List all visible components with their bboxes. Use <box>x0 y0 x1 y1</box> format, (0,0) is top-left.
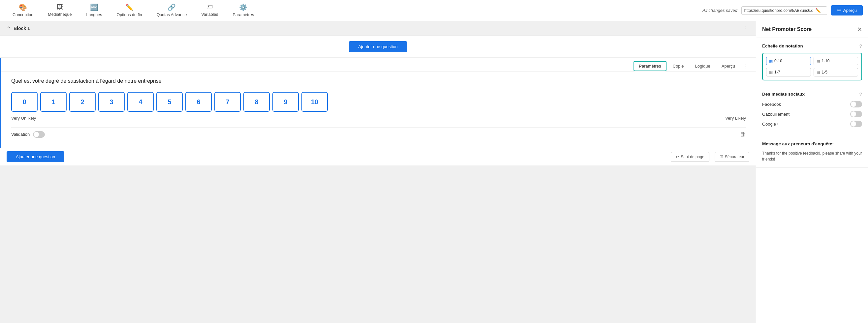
nps-box-7[interactable]: 7 <box>214 92 241 112</box>
delete-question-icon[interactable]: 🗑 <box>740 131 746 138</box>
apercu-label: Aperçu <box>843 8 857 13</box>
nps-label-left: Very Unlikely <box>11 116 36 121</box>
parametres-nav-icon: ⚙️ <box>239 3 247 11</box>
notation-option-1-5[interactable]: ▦1-5 <box>814 68 859 76</box>
panel-header: Net Promoter Score ✕ <box>756 21 868 38</box>
question-tabs: Paramètres Copie Logique Aperçu ⋮ <box>1 58 756 71</box>
nav-item-mediatheque[interactable]: 🖼 Médiathèque <box>40 1 79 20</box>
separateur-icon: ☑ <box>720 155 723 159</box>
notation-label-1-5: 1-5 <box>822 70 828 74</box>
social-label-gazouillement: Gazouillement <box>762 112 789 117</box>
echelle-section: Échelle de notation ? ▦0-10▦1-10▦1-7▦1-5 <box>756 38 868 86</box>
block-title: Block 1 <box>13 26 30 31</box>
question-content: Quel est votre degré de satisfaction à l… <box>1 71 756 148</box>
all-saved-status: All changes saved <box>703 8 737 13</box>
notation-label-1-10: 1-10 <box>822 59 830 63</box>
social-label-google+: Google+ <box>762 122 779 127</box>
nps-box-8[interactable]: 8 <box>243 92 270 112</box>
nav-label-parametres: Paramètres <box>233 12 254 17</box>
social-section: Des médias sociaux ? Facebook Gazouillem… <box>756 86 868 136</box>
nav-item-conception[interactable]: 🎨 Conception <box>5 1 40 21</box>
nps-box-0[interactable]: 0 <box>11 92 38 112</box>
notation-option-1-10[interactable]: ▦1-10 <box>814 57 859 65</box>
panel-title: Net Promoter Score <box>762 26 812 32</box>
nps-scale: 012345678910 <box>11 92 746 112</box>
nav-item-options-fin[interactable]: ✏️ Options de fin <box>110 1 149 21</box>
nps-label-right: Very Likely <box>725 116 746 121</box>
social-items: Facebook Gazouillement Google+ <box>762 101 862 127</box>
notation-box: ▦0-10▦1-10▦1-7▦1-5 <box>762 53 862 80</box>
message-title: Message aux preneurs d'enquête: <box>762 141 834 146</box>
panel-close-icon[interactable]: ✕ <box>857 26 862 33</box>
nps-box-3[interactable]: 3 <box>98 92 125 112</box>
social-toggle-facebook[interactable] <box>850 101 862 107</box>
tab-parametres[interactable]: Paramètres <box>633 61 666 71</box>
message-header: Message aux preneurs d'enquête: <box>762 141 862 146</box>
nav-item-langues[interactable]: 🔤 Langues <box>79 1 110 21</box>
social-item-gazouillement: Gazouillement <box>762 111 862 117</box>
add-question-button-bottom[interactable]: Ajouter une question <box>7 151 64 162</box>
notation-label-1-7: 1-7 <box>774 70 780 74</box>
block-header: ⌃ Block 1 ⋮ <box>0 21 756 36</box>
notation-option-0-10[interactable]: ▦0-10 <box>766 57 811 65</box>
nav-item-parametres[interactable]: ⚙️ Paramètres <box>225 1 261 21</box>
nav-label-langues: Langues <box>86 12 102 17</box>
edit-url-icon[interactable]: ✏️ <box>815 8 821 13</box>
tab-copie[interactable]: Copie <box>668 61 689 71</box>
separateur-label: Séparateur <box>725 155 744 159</box>
saut-page-button[interactable]: ↩ Saut de page <box>671 152 709 162</box>
nav-label-mediatheque: Médiathèque <box>48 12 71 17</box>
validation-row: Validation 🗑 <box>11 127 746 141</box>
notation-option-1-7[interactable]: ▦1-7 <box>766 68 811 76</box>
social-item-google+: Google+ <box>762 121 862 127</box>
nav-item-variables[interactable]: 🏷 Variables <box>194 1 225 20</box>
survey-area: ⌃ Block 1 ⋮ Ajouter une question Paramèt… <box>0 21 756 323</box>
nps-box-5[interactable]: 5 <box>156 92 183 112</box>
notation-grid: ▦0-10▦1-10▦1-7▦1-5 <box>766 57 858 76</box>
echelle-help-icon[interactable]: ? <box>860 43 862 49</box>
add-question-button-top[interactable]: Ajouter une question <box>349 41 407 52</box>
bottom-bar: Ajouter une question ↩ Saut de page ☑ Sé… <box>0 148 756 165</box>
nps-box-1[interactable]: 1 <box>40 92 67 112</box>
nps-box-2[interactable]: 2 <box>69 92 96 112</box>
eye-icon: 👁 <box>837 8 841 13</box>
nav-item-quotas-advance[interactable]: 🔗 Quotas Advance <box>149 1 194 21</box>
echelle-header: Échelle de notation ? <box>762 43 862 49</box>
url-box: https://eu.questionpro.com/t/AB3unc6Z ✏️ <box>741 6 827 15</box>
separateur-button[interactable]: ☑ Séparateur <box>715 152 749 162</box>
social-header: Des médias sociaux ? <box>762 91 862 97</box>
nps-box-6[interactable]: 6 <box>185 92 212 112</box>
saut-page-icon: ↩ <box>676 155 679 159</box>
social-toggle-google+[interactable] <box>850 121 862 127</box>
nps-box-10[interactable]: 10 <box>302 92 328 112</box>
variables-icon: 🏷 <box>207 3 213 11</box>
validation-toggle[interactable] <box>33 131 45 138</box>
nps-box-4[interactable]: 4 <box>127 92 154 112</box>
nps-box-9[interactable]: 9 <box>272 92 299 112</box>
notation-icon-0-10: ▦ <box>769 59 773 63</box>
block-collapse-button[interactable]: ⌃ <box>7 25 11 32</box>
notation-icon-1-10: ▦ <box>816 59 820 63</box>
nav-items: 🎨 Conception 🖼 Médiathèque 🔤 Langues ✏️ … <box>5 1 703 21</box>
question-card: Paramètres Copie Logique Aperçu ⋮ Quel e… <box>0 58 756 148</box>
social-title: Des médias sociaux <box>762 92 805 97</box>
right-panel: Net Promoter Score ✕ Échelle de notation… <box>756 21 868 323</box>
social-toggle-gazouillement[interactable] <box>850 111 862 117</box>
main-layout: ⌃ Block 1 ⋮ Ajouter une question Paramèt… <box>0 21 868 323</box>
validation-label: Validation <box>11 132 30 137</box>
message-section: Message aux preneurs d'enquête: Thanks f… <box>756 136 868 168</box>
nav-label-variables: Variables <box>201 12 218 17</box>
nav-label-quotas-advance: Quotas Advance <box>157 12 187 17</box>
top-navigation: 🎨 Conception 🖼 Médiathèque 🔤 Langues ✏️ … <box>0 0 868 21</box>
block-more-icon[interactable]: ⋮ <box>743 24 749 32</box>
social-item-facebook: Facebook <box>762 101 862 107</box>
social-help-icon[interactable]: ? <box>860 91 862 97</box>
notation-label-0-10: 0-10 <box>774 59 782 63</box>
question-tab-more-icon[interactable]: ⋮ <box>743 62 749 70</box>
tab-apercu[interactable]: Aperçu <box>717 61 740 71</box>
options-fin-icon: ✏️ <box>125 3 133 11</box>
tab-logique[interactable]: Logique <box>690 61 715 71</box>
nav-label-options-fin: Options de fin <box>117 12 142 17</box>
apercu-button[interactable]: 👁 Aperçu <box>831 5 863 15</box>
nps-labels: Very Unlikely Very Likely <box>11 116 746 121</box>
